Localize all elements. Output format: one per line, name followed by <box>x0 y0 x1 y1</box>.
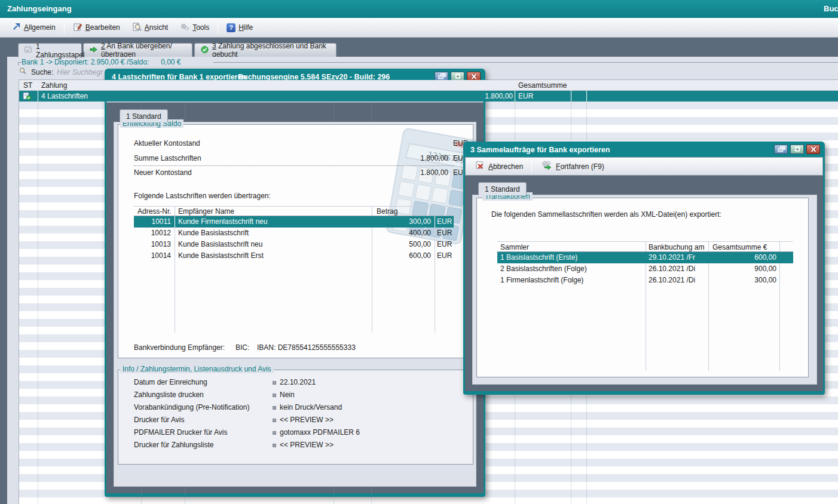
sammel-dialog: 3 Sammelaufträge für Bank exportieren Ab… <box>463 142 825 395</box>
window-title-right-clipped: Buc <box>824 4 838 13</box>
info-row: Drucker für Avis << PREVIEW >> <box>118 415 473 428</box>
main-titlebar: Zahlungseingang Buc <box>0 0 838 18</box>
search-input[interactable]: Hier Suchbegr <box>57 68 103 76</box>
bank-group-label: Bank 1 -> Disponiert: 2.950,00 € /Saldo:… <box>22 58 181 66</box>
menu-allgemein-label: Allgemein <box>24 23 56 32</box>
close-window-button[interactable] <box>806 145 820 154</box>
table-header-row: Adress-Nr. Empfänger Name Betrag <box>134 206 454 216</box>
sammel-dialog-toolbar: Abbrechen Fortfahren (F9) <box>465 157 823 176</box>
column-header-sammler[interactable]: Sammler <box>500 243 529 251</box>
info-value[interactable]: << PREVIEW >> <box>280 416 334 424</box>
info-group-box: Datum der Einreichung 22.10.2021 Zahlung… <box>118 370 473 465</box>
tab-zahlung-abgeschlossen[interactable]: 3 Zahlung abgeschlossen und Bank gebucht <box>194 43 337 57</box>
lastschrift-row[interactable]: 10013 Kunde Basislastschrift neu 500,00 … <box>134 239 454 250</box>
help-icon: ? <box>227 23 236 32</box>
column-header-zahlung[interactable]: Zahlung <box>41 81 67 90</box>
bullet-icon <box>273 381 276 385</box>
tab-zahlungsstapel[interactable]: 1 Zahlungsstapel <box>18 43 82 57</box>
tab-an-bank-label: 2 An Bank übergeben/übertragen <box>101 42 186 59</box>
cell-separator <box>435 216 435 228</box>
document-check-icon <box>22 92 32 102</box>
table-header-row: Sammler Bankbuchung am Gesamtsumme € <box>497 241 793 252</box>
export-dialog-tab-standard[interactable]: 1 Standard <box>120 109 168 122</box>
tab-zahlungsstapel-label: 1 Zahlungsstapel <box>36 42 84 59</box>
sammler-table: Sammler Bankbuchung am Gesamtsumme € 1 B… <box>497 241 793 371</box>
menu-tools[interactable]: Tools <box>174 19 215 36</box>
table-row-selected[interactable]: 4 Lastschriften 1.800,00 EUR <box>19 91 838 102</box>
info-row: Vorabankündigung (Pre-Notification) kein… <box>118 402 473 415</box>
info-row: Datum der Einreichung 22.10.2021 <box>118 377 473 390</box>
menubar-separator <box>64 21 65 33</box>
restore-window-button[interactable] <box>774 145 788 154</box>
lastschrift-row[interactable]: 10012 Kunde Basislastschrift 400,00 EUR <box>134 228 454 239</box>
column-header-empfaenger[interactable]: Empfänger Name <box>178 207 234 216</box>
cell-adressnr: 10012 <box>134 229 171 237</box>
run-gears-icon <box>540 160 552 173</box>
cell-separator <box>515 91 515 102</box>
menu-ansicht[interactable]: Ansicht <box>126 19 174 36</box>
info-group-title: Info / Zahlungstermin, Listenausdruck un… <box>120 365 274 373</box>
sammler-row[interactable]: 2 Basislastschriften (Folge) 26.10.2021 … <box>497 263 793 275</box>
info-value[interactable]: kein Druck/Versand <box>280 403 342 411</box>
dotted-separator <box>134 165 454 166</box>
cell-empfaenger: Kunde Basislastschrift neu <box>178 240 262 248</box>
row-gesamtsumme: 1.800,00 <box>438 92 513 100</box>
info-label: Vorabankündigung (Pre-Notification) <box>134 403 249 411</box>
cell-betrag: 400,00 <box>367 229 431 237</box>
cell-sammler: 1 Firmenlastschrift (Folge) <box>500 276 583 284</box>
tab-an-bank-uebergeben[interactable]: 2 An Bank übergeben/übertragen <box>83 43 192 57</box>
note-icon <box>24 45 33 56</box>
cell-separator <box>586 91 587 102</box>
column-header-gesamtsumme[interactable]: Gesamtsumme <box>518 81 567 90</box>
lastschriften-table: Adress-Nr. Empfänger Name Betrag 10011 K… <box>134 206 454 333</box>
toolbar-separator <box>531 161 532 173</box>
menu-hilfe[interactable]: ? Hilfe <box>221 20 259 35</box>
menu-allgemein[interactable]: Allgemein <box>6 19 62 36</box>
search-label: Suche: <box>31 68 53 76</box>
saldo-row-label: Neuer Kontostand <box>134 168 192 177</box>
bullet-icon <box>273 431 276 435</box>
tab-standard-label: 1 Standard <box>126 112 161 121</box>
bullet-icon <box>273 394 276 397</box>
lastschrift-row[interactable]: 10011 Kunde Firmenlastschrift neu 300,00… <box>134 216 454 228</box>
cell-empfaenger: Kunde Basislastschrift <box>178 229 249 237</box>
info-value[interactable]: Nein <box>280 391 295 399</box>
info-label: Drucker für Avis <box>134 416 184 424</box>
column-header-bankbuchung[interactable]: Bankbuchung am <box>649 243 704 251</box>
info-value[interactable]: 22.10.2021 <box>280 378 316 386</box>
window-title: Zahlungseingang <box>7 4 72 13</box>
column-header-st[interactable]: ST <box>23 81 32 90</box>
export-intro-label: Die folgenden Sammellastschriften werden… <box>491 210 721 219</box>
column-header-gesamtsumme[interactable]: Gesamtsumme € <box>712 243 767 251</box>
cell-gesamtsumme: 300,00 <box>711 276 776 284</box>
column-header-betrag[interactable]: Betrag <box>377 207 397 216</box>
menu-hilfe-label: Hilfe <box>238 23 253 32</box>
cell-betrag: 300,00 <box>367 217 431 226</box>
cell-adressnr: 10013 <box>134 240 171 248</box>
sammler-row[interactable]: 1 Basislastschrift (Erste) 29.10.2021 /F… <box>497 252 793 263</box>
info-label: Drucker für Zahlungsliste <box>134 441 213 449</box>
abbrechen-button[interactable]: Abbrechen <box>470 158 528 174</box>
info-value[interactable]: gotomaxx PDFMAILER 6 <box>280 428 360 437</box>
cell-adressnr: 10014 <box>134 251 171 260</box>
minimize-window-button[interactable] <box>790 145 804 154</box>
sammel-dialog-tab-standard[interactable]: 1 Standard <box>478 182 527 195</box>
info-row: Drucker für Zahlungsliste << PREVIEW >> <box>118 440 473 453</box>
cell-separator <box>175 216 175 228</box>
column-header-adressnr[interactable]: Adress-Nr. <box>137 207 172 216</box>
bullet-icon <box>273 406 276 410</box>
lastschrift-row[interactable]: 10014 Kunde Basislastschrift Erst 600,00… <box>134 250 454 262</box>
export-dialog: 4 Lastschriften für Bank 1 exportieren B… <box>105 69 485 497</box>
bullet-icon <box>273 419 276 422</box>
bic-label: BIC: <box>236 343 249 352</box>
export-dialog-panel: Entwicklung Saldo 12346789 Aktueller Kon… <box>114 122 476 487</box>
sammler-row[interactable]: 1 Firmenlastschrift (Folge) 26.10.2021 /… <box>497 275 793 286</box>
cell-gesamtsumme: 900,00 <box>711 265 776 273</box>
info-value[interactable]: << PREVIEW >> <box>280 441 334 449</box>
table-gridline <box>38 80 38 504</box>
menu-bearbeiten[interactable]: Bearbeiten <box>67 19 126 36</box>
fortfahren-button[interactable]: Fortfahren (F9) <box>536 158 609 175</box>
cell-empfaenger: Kunde Basislastschrift Erst <box>178 251 264 260</box>
row-zahlung: 4 Lastschriften <box>41 92 88 100</box>
cell-gesamtsumme: 600,00 <box>711 253 776 262</box>
